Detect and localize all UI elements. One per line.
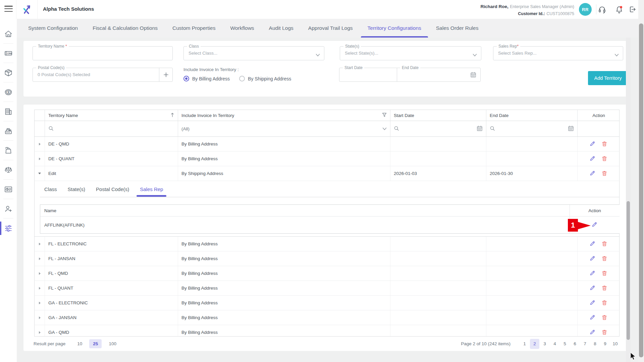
filter-funnel-icon[interactable] xyxy=(382,113,387,118)
delete-row-icon[interactable] xyxy=(601,285,608,292)
radio-by-billing-address[interactable]: By Billing Address xyxy=(183,76,230,81)
date-range-field[interactable]: Start Date End Date xyxy=(339,68,481,82)
row-expander[interactable] xyxy=(35,310,45,325)
radio-by-shipping-address[interactable]: By Shipping Address xyxy=(239,76,291,81)
row-expander[interactable] xyxy=(35,237,45,251)
delete-row-icon[interactable] xyxy=(601,156,608,162)
edit-row-icon[interactable] xyxy=(589,170,596,177)
column-start-date[interactable]: Start Date xyxy=(390,110,486,121)
edit-row-icon[interactable] xyxy=(589,300,596,306)
sidebar-item-balance-scale[interactable]: DC xyxy=(0,160,17,180)
filter-start-date-input[interactable] xyxy=(390,121,486,136)
edit-row-icon[interactable] xyxy=(589,141,596,147)
edit-row-icon[interactable] xyxy=(589,285,596,292)
page-button-6[interactable]: 6 xyxy=(570,339,580,349)
sidebar-item-building[interactable] xyxy=(0,102,17,121)
edit-row-icon[interactable] xyxy=(589,255,596,262)
delete-row-icon[interactable] xyxy=(601,329,608,336)
row-expander[interactable] xyxy=(35,281,45,295)
page-size-25[interactable]: 25 xyxy=(89,339,102,348)
add-territory-button[interactable]: Add Territory xyxy=(588,71,628,85)
filter-territory-name-input[interactable] xyxy=(45,121,178,136)
detail-tab-sales-rep[interactable]: Sales Rep xyxy=(140,186,163,197)
tab-custom-properties[interactable]: Custom Properties xyxy=(165,19,223,38)
notifications-bell-icon[interactable] xyxy=(615,5,623,13)
delete-row-icon[interactable] xyxy=(601,170,608,177)
page-size-10[interactable]: 10 xyxy=(73,339,86,348)
states-select[interactable]: State(s) Select State(s)... xyxy=(340,46,481,60)
delete-row-icon[interactable] xyxy=(601,300,608,306)
sales-rep-select[interactable]: Sales Rep* Select Sales Rep... xyxy=(493,46,623,60)
row-expander[interactable] xyxy=(35,325,45,337)
tab-fiscal-calculation-options[interactable]: Fiscal & Calculation Options xyxy=(85,19,165,38)
sidebar-item-sliders[interactable] xyxy=(0,219,17,238)
sidebar-item-shopping-bag[interactable] xyxy=(0,141,17,160)
tab-audit-logs[interactable]: Audit Logs xyxy=(262,19,301,38)
page-button-3[interactable]: 3 xyxy=(540,339,549,349)
sidebar-item-crm[interactable]: CRM xyxy=(0,44,17,63)
calendar-icon[interactable] xyxy=(470,72,477,78)
page-button-9[interactable]: 9 xyxy=(600,339,610,349)
tab-workflows[interactable]: Workflows xyxy=(223,19,261,38)
page-scrollbar-thumb[interactable] xyxy=(639,23,643,357)
app-logo[interactable] xyxy=(16,0,38,19)
delete-row-icon[interactable] xyxy=(601,255,608,262)
edit-row-icon[interactable] xyxy=(589,156,596,162)
page-size-100[interactable]: 100 xyxy=(105,339,120,348)
add-postal-code-button[interactable] xyxy=(159,68,172,81)
sidebar-item-add-user[interactable] xyxy=(0,199,17,219)
edit-row-icon[interactable] xyxy=(589,270,596,277)
territory-name-field[interactable]: Territory Name * xyxy=(33,46,173,60)
row-expander[interactable] xyxy=(35,296,45,310)
edit-row-icon[interactable] xyxy=(589,314,596,321)
tab-system-configuration[interactable]: System Configuration xyxy=(21,19,85,38)
content-scrollbar[interactable] xyxy=(626,38,631,362)
edit-row-icon[interactable] xyxy=(589,329,596,336)
sidebar-item-coin[interactable]: $ xyxy=(0,82,17,102)
detail-tab-class[interactable]: Class xyxy=(44,186,57,197)
support-headset-icon[interactable] xyxy=(598,5,606,13)
sidebar-item-report[interactable] xyxy=(0,180,17,199)
calendar-icon[interactable] xyxy=(477,125,483,132)
row-expander[interactable] xyxy=(35,251,45,266)
delete-row-icon[interactable] xyxy=(601,241,608,247)
logout-icon[interactable] xyxy=(629,5,637,13)
page-button-10[interactable]: 10 xyxy=(610,339,620,349)
row-expander[interactable] xyxy=(35,152,45,166)
edit-sales-rep-icon[interactable] xyxy=(591,222,598,228)
row-expander[interactable] xyxy=(35,266,45,281)
column-territory-name[interactable]: Territory Name xyxy=(45,110,178,121)
sidebar-item-package[interactable] xyxy=(0,63,17,82)
column-end-date[interactable]: End Date xyxy=(486,110,578,121)
edit-row-icon[interactable] xyxy=(589,241,596,247)
page-scrollbar[interactable] xyxy=(638,0,644,362)
page-button-7[interactable]: 7 xyxy=(580,339,590,349)
tab-approval-trail-logs[interactable]: Approval Trail Logs xyxy=(301,19,360,38)
detail-tab-state-s[interactable]: State(s) xyxy=(68,186,86,197)
page-button-2[interactable]: 2 xyxy=(530,339,539,349)
page-button-5[interactable]: 5 xyxy=(560,339,570,349)
sidebar-item-cash-register[interactable] xyxy=(0,121,17,141)
page-button-1[interactable]: 1 xyxy=(520,339,529,349)
tab-territory-configurations[interactable]: Territory Configurations xyxy=(360,19,429,38)
filter-invoice-select[interactable]: (All) xyxy=(178,121,390,136)
row-expander[interactable] xyxy=(35,137,45,151)
hamburger-menu-icon[interactable] xyxy=(4,6,13,13)
calendar-icon[interactable] xyxy=(568,125,574,132)
tab-sales-order-rules[interactable]: Sales Order Rules xyxy=(429,19,486,38)
row-expander[interactable] xyxy=(35,166,45,181)
delete-row-icon[interactable] xyxy=(601,314,608,321)
delete-row-icon[interactable] xyxy=(601,141,608,147)
sort-ascending-icon[interactable] xyxy=(170,112,174,118)
page-button-8[interactable]: 8 xyxy=(590,339,600,349)
class-select[interactable]: Class Select Class... xyxy=(183,46,324,60)
delete-row-icon[interactable] xyxy=(601,270,608,277)
postal-codes-field[interactable]: Postal Code(s) 0 Postal Code(s) Selected xyxy=(33,68,173,82)
page-button-4[interactable]: 4 xyxy=(550,339,559,349)
content-scrollbar-thumb[interactable] xyxy=(627,201,630,340)
avatar[interactable]: RR xyxy=(579,3,592,16)
detail-tab-postal-code-s[interactable]: Postal Code(s) xyxy=(96,186,129,197)
filter-end-date-input[interactable] xyxy=(486,121,578,136)
column-include-invoice[interactable]: Include Invoice In Territory xyxy=(178,110,390,121)
sidebar-item-home[interactable] xyxy=(0,24,17,44)
